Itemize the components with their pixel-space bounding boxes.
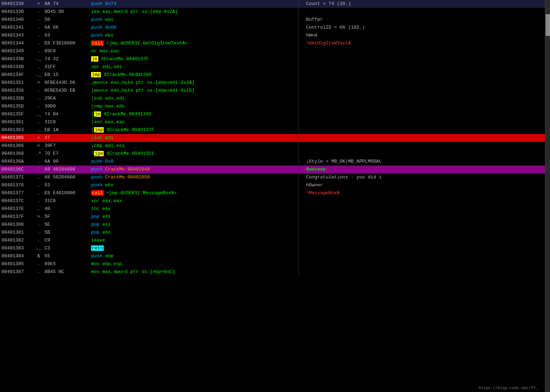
marker-cell: ._: [34, 110, 43, 118]
disasm-part: eax,byte ptr ss:[ebp+edi-0x2A]: [111, 80, 195, 85]
right-cell: [299, 102, 545, 110]
disasm-cell: push CrackMe.00402050: [90, 173, 299, 181]
bytes-cell: 39F7: [43, 142, 90, 150]
bytes-cell: 31FF: [43, 63, 90, 71]
address-cell: 0040134F: [0, 71, 34, 79]
disasm-part: ,dword ptr ss:[ebp-0x2A]: [111, 9, 178, 14]
table-row[interactable]: 0040135D.39D0│cmp eax,edx: [0, 102, 545, 110]
address-cell: 00401383: [0, 244, 34, 252]
table-row[interactable]: 00401384$55push ebp: [0, 252, 545, 260]
disasm-cell: mov eax,dword ptr ss:[ebp+0xC]: [90, 268, 299, 276]
table-row[interactable]: 00401380.5Epop esi: [0, 221, 545, 229]
disasm-part: └: [91, 151, 94, 156]
address-cell: 00401368: [0, 150, 34, 158]
marker-cell: .: [34, 166, 43, 173]
disasm-cell: │movsx edx,byte ptr ss:[ebp+edi-0x15]: [90, 87, 299, 95]
table-row[interactable]: 00401349.09C0or eax,eax: [0, 47, 545, 55]
table-row[interactable]: 0040134F._EB 15jmp XCrackMe.00401366: [0, 71, 545, 79]
disasm-part: jmp: [94, 127, 104, 133]
bytes-cell: EB 1A: [43, 126, 90, 134]
bytes-cell: C3: [43, 244, 90, 252]
table-row[interactable]: 00401371.68 50204000push CrackMe.0040205…: [0, 173, 545, 181]
bytes-cell: 5E: [43, 221, 90, 229]
table-row[interactable]: 00401356.0FBE543D EB│movsx edx,byte ptr …: [0, 87, 545, 95]
marker-cell: .^: [34, 150, 43, 158]
disasm-cell: call <jmp.&USER32.GetDlgItemTextA>: [90, 39, 299, 47]
right-text: Count = 74 (20.): [306, 1, 351, 6]
disasm-part: or: [91, 48, 99, 54]
disasm-cell: push 0x74: [90, 0, 299, 8]
table-row[interactable]: 0040135B.29FA│sub edx,edi: [0, 95, 545, 102]
disasm-part: push: [91, 33, 105, 38]
disasm-part: inc: [91, 206, 102, 211]
table-row[interactable]: 0040133D.8D45 D6lea eax,dword ptr ss:[eb…: [0, 8, 545, 16]
disasm-part: je: [94, 111, 101, 117]
table-row[interactable]: 00401343.53push ebxhWnd: [0, 32, 545, 39]
right-cell: [299, 213, 545, 221]
disasm-cell: │xor eax,eax: [90, 118, 299, 126]
address-cell: 00401341: [0, 24, 34, 32]
bytes-cell: 5F: [43, 213, 90, 221]
disasm-part: eax: [105, 17, 113, 22]
disasm-cell: xor eax,eax: [90, 197, 299, 205]
address-cell: 00401387: [0, 268, 34, 276]
table-row[interactable]: 0040134B._74 32je XCrackMe.0040137F: [0, 55, 545, 63]
table-row[interactable]: 00401368.^7D E7└jge XCrackMe.00401351: [0, 150, 545, 158]
marker-cell: .: [34, 260, 43, 268]
right-cell: Count = 74 (20.): [299, 0, 545, 8]
table-row[interactable]: 00401363._EB 1A│jmp XCrackMe.0040137F: [0, 126, 545, 134]
main-panel: 00401338>8A 74push 0x74Count = 74 (20.)0…: [0, 0, 545, 392]
table-row[interactable]: 00401365>47│inc edi: [0, 134, 545, 142]
table-row[interactable]: 00401340.50push eaxBuffer: [0, 16, 545, 24]
table-row[interactable]: 00401382.C9leave: [0, 236, 545, 244]
table-row[interactable]: 00401381.5Bpop ebx: [0, 229, 545, 236]
table-row[interactable]: 0040137E.40inc eax: [0, 205, 545, 213]
disasm-cell: jmp XCrackMe.00401366: [90, 71, 299, 79]
table-row[interactable]: 00401387.8B45 0Cmov eax,dword ptr ss:[eb…: [0, 268, 545, 276]
table-row[interactable]: 00401351>0FBE443D D6┌movsx eax,byte ptr …: [0, 79, 545, 87]
disasm-part: leave: [91, 238, 105, 243]
table-row[interactable]: 00401385.89E5mov ebp,esp: [0, 260, 545, 268]
right-cell: [299, 150, 545, 158]
table-row[interactable]: 0040137C.31C0xor eax,eax: [0, 197, 545, 205]
marker-cell: .: [34, 32, 43, 39]
table-row[interactable]: 00401338>8A 74push 0x74Count = 74 (20.): [0, 0, 545, 8]
scrollbar-thumb[interactable]: [546, 14, 550, 36]
scrollbar[interactable]: [545, 0, 550, 392]
disasm-part: <jmp.&USER32.GetDlgItemTextA>: [104, 40, 188, 46]
table-row[interactable]: 00401344.E8 F3010000call <jmp.&USER32.Ge…: [0, 39, 545, 47]
right-text: Buffer: [306, 17, 323, 22]
table-row[interactable]: 00401341.6A 66push 0x66ControlID = 66 (1…: [0, 24, 545, 32]
disasm-part: eax,edx: [105, 104, 125, 109]
bytes-cell: C9: [43, 236, 90, 244]
disasm-part: call: [91, 190, 104, 196]
watermark: https://blog.csdn.net/ff_: [479, 386, 538, 390]
address-cell: 00401381: [0, 229, 34, 236]
disasm-cell: push ebp: [90, 252, 299, 260]
address-cell: 00401349: [0, 47, 34, 55]
bytes-cell: 74 04: [43, 110, 90, 118]
table-row[interactable]: 00401376.53push ebxhOwner: [0, 181, 545, 189]
address-cell: 00401365: [0, 134, 34, 142]
table-row[interactable]: 0040137F>5Fpop edi: [0, 213, 545, 221]
disasm-cell: inc eax: [90, 205, 299, 213]
disasm-cell: │sub edx,edi: [90, 95, 299, 102]
table-row[interactable]: 0040136C.68 48204000push CrackMe.0040204…: [0, 166, 545, 173]
marker-cell: ._: [34, 244, 43, 252]
disasm-part: ebx: [105, 33, 113, 38]
table-row[interactable]: 00401383._C3retn: [0, 244, 545, 252]
address-cell: 0040135D: [0, 102, 34, 110]
table-row[interactable]: 00401377.E8 E4010000call <jmp.&USER32.Me…: [0, 189, 545, 197]
marker-cell: >: [34, 134, 43, 142]
bytes-cell: E8 E4010000: [43, 189, 90, 197]
table-row[interactable]: 00401366>39F7┌cmp edi,esi: [0, 142, 545, 150]
table-row[interactable]: 0040136A.6A 00push 0x0┌Style = MB_OK|MB_…: [0, 158, 545, 166]
marker-cell: .: [34, 63, 43, 71]
table-row[interactable]: 00401361.31C0│xor eax,eax: [0, 118, 545, 126]
table-row[interactable]: 0040134D.31FFxor edi,edi: [0, 63, 545, 71]
disasm-part: xor: [91, 198, 102, 204]
bytes-cell: 68 48204000: [43, 166, 90, 173]
right-cell: Buffer: [299, 16, 545, 24]
right-cell: [299, 71, 545, 79]
table-row[interactable]: 0040135F._74 04│je XCrackMe.00401365: [0, 110, 545, 118]
